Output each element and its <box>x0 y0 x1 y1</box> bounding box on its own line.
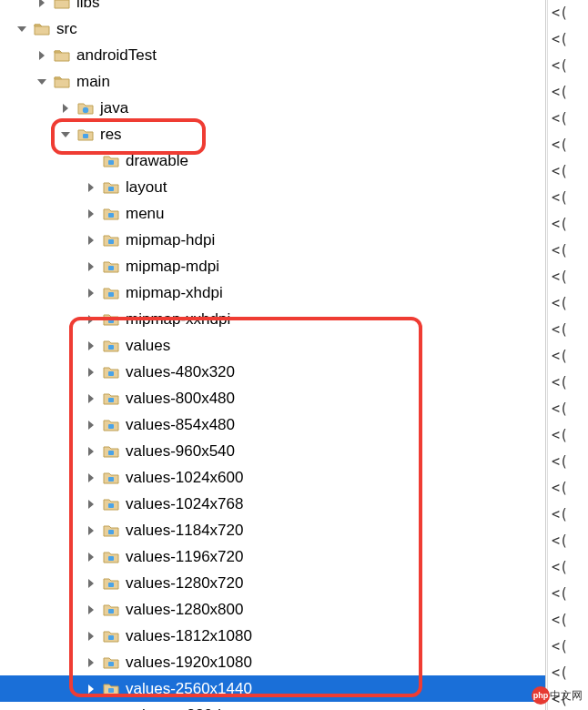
code-line: <( <box>548 264 588 290</box>
tree-label: mipmap-xxhdpi <box>126 306 230 332</box>
chevron-right-icon[interactable] <box>84 259 98 274</box>
folder-res-icon <box>102 654 120 672</box>
code-line: <( <box>548 238 588 264</box>
tree-row-values-854x480[interactable]: values-854x480 <box>0 411 545 438</box>
chevron-down-icon[interactable] <box>35 75 49 89</box>
tree-row-libs[interactable]: libs <box>0 0 545 15</box>
tree-label: mipmap-hdpi <box>126 227 215 253</box>
chevron-right-icon[interactable] <box>84 418 98 432</box>
tree-row-values-1920x1080[interactable]: values-1920x1080 <box>0 649 545 675</box>
chevron-right-icon[interactable] <box>84 523 98 538</box>
chevron-right-icon[interactable] <box>84 682 98 696</box>
chevron-right-icon[interactable] <box>58 101 73 116</box>
code-line: <( <box>548 634 588 660</box>
folder-res-icon <box>76 126 95 144</box>
tree-label: values-1196x720 <box>126 543 243 570</box>
chevron-right-icon[interactable] <box>84 180 98 195</box>
tree-label: menu <box>126 200 165 227</box>
tree-row-values-1280x720[interactable]: values-1280x720 <box>0 570 545 596</box>
folder-icon <box>53 46 71 65</box>
tree-row-java[interactable]: java <box>0 95 545 121</box>
chevron-right-icon[interactable] <box>84 497 98 512</box>
folder-res-icon <box>102 205 120 223</box>
chevron-right-icon[interactable] <box>84 629 98 644</box>
tree-row-mipmap-mdpi[interactable]: mipmap-mdpi <box>0 253 545 279</box>
chevron-right-icon[interactable] <box>84 233 98 248</box>
folder-res-icon <box>102 601 120 619</box>
folder-res-icon <box>102 390 120 408</box>
tree-row-values-w820dp[interactable]: values-w820dp <box>0 702 545 710</box>
tree-row-menu[interactable]: menu <box>0 200 545 227</box>
tree-row-main[interactable]: main <box>0 68 545 95</box>
code-line: <( <box>548 422 588 449</box>
tree-row-values[interactable]: values <box>0 332 545 359</box>
folder-res-icon <box>102 627 120 645</box>
tree-row-values-2560x1440[interactable]: values-2560x1440 <box>0 675 545 702</box>
tree-row-values-960x540[interactable]: values-960x540 <box>0 438 545 464</box>
folder-res-icon <box>102 258 120 276</box>
tree-label: values-w820dp <box>126 702 229 710</box>
code-line: <( <box>548 0 588 26</box>
code-line: <( <box>548 660 588 686</box>
tree-label: values-1024x600 <box>126 464 243 491</box>
tree-row-mipmap-hdpi[interactable]: mipmap-hdpi <box>0 227 545 253</box>
folder-res-icon <box>102 284 120 302</box>
chevron-right-icon[interactable] <box>84 207 98 221</box>
tree-row-values-1024x768[interactable]: values-1024x768 <box>0 491 545 517</box>
svg-rect-19 <box>108 609 114 614</box>
tree-label: values-1280x720 <box>126 570 243 596</box>
tree-row-mipmap-xhdpi[interactable]: mipmap-xhdpi <box>0 279 545 306</box>
chevron-right-icon[interactable] <box>35 0 49 10</box>
tree-row-androidtest[interactable]: androidTest <box>0 42 545 68</box>
chevron-right-icon[interactable] <box>35 48 49 63</box>
tree-row-res[interactable]: res <box>0 121 545 147</box>
svg-rect-18 <box>108 583 114 587</box>
chevron-down-icon[interactable] <box>15 22 29 36</box>
tree-row-layout[interactable]: layout <box>0 174 545 200</box>
tree-row-values-1280x800[interactable]: values-1280x800 <box>0 596 545 623</box>
tree-row-values-1812x1080[interactable]: values-1812x1080 <box>0 623 545 649</box>
tree-row-values-480x320[interactable]: values-480x320 <box>0 359 545 385</box>
chevron-right-icon[interactable] <box>84 471 98 485</box>
chevron-right-icon[interactable] <box>84 365 98 380</box>
tree-row-drawable[interactable]: drawable <box>0 147 545 174</box>
tree-row-values-1024x600[interactable]: values-1024x600 <box>0 464 545 491</box>
tree-label: java <box>100 95 128 121</box>
tree-row-mipmap-xxhdpi[interactable]: mipmap-xxhdpi <box>0 306 545 332</box>
code-line: <( <box>548 185 588 211</box>
chevron-right-icon[interactable] <box>84 550 98 564</box>
folder-res-icon <box>102 442 120 461</box>
svg-rect-6 <box>108 266 114 270</box>
chevron-right-icon[interactable] <box>84 391 98 406</box>
tree-row-src[interactable]: src <box>0 15 545 42</box>
tree-label: drawable <box>126 147 188 174</box>
folder-res-icon <box>102 495 120 513</box>
tree-label: values-1920x1080 <box>126 649 252 675</box>
code-line: <( <box>548 554 588 581</box>
tree-label: src <box>56 15 77 42</box>
folder-res-icon <box>102 178 120 197</box>
folder-res-icon <box>102 337 120 355</box>
tree-label: values-800x480 <box>126 385 235 411</box>
chevron-right-icon[interactable] <box>84 339 98 353</box>
chevron-right-icon[interactable] <box>84 312 98 327</box>
tree-label: mipmap-xhdpi <box>126 279 223 306</box>
svg-rect-4 <box>108 213 114 218</box>
tree-row-values-1196x720[interactable]: values-1196x720 <box>0 543 545 570</box>
chevron-right-icon[interactable] <box>84 655 98 670</box>
svg-rect-8 <box>108 319 114 323</box>
watermark-badge: php <box>532 686 550 705</box>
tree-label: values-1024x768 <box>126 491 243 517</box>
chevron-right-icon[interactable] <box>84 444 98 459</box>
tree-label: values <box>126 332 170 359</box>
chevron-down-icon[interactable] <box>58 127 73 142</box>
tree-row-values-800x480[interactable]: values-800x480 <box>0 385 545 411</box>
chevron-right-icon[interactable] <box>84 576 98 591</box>
tree-row-values-1184x720[interactable]: values-1184x720 <box>0 517 545 543</box>
chevron-right-icon[interactable] <box>84 603 98 617</box>
tree-label: main <box>76 68 110 95</box>
folder-res-icon <box>102 310 120 329</box>
folder-res-icon <box>102 548 120 566</box>
code-line: <( <box>548 317 588 343</box>
chevron-right-icon[interactable] <box>84 286 98 300</box>
